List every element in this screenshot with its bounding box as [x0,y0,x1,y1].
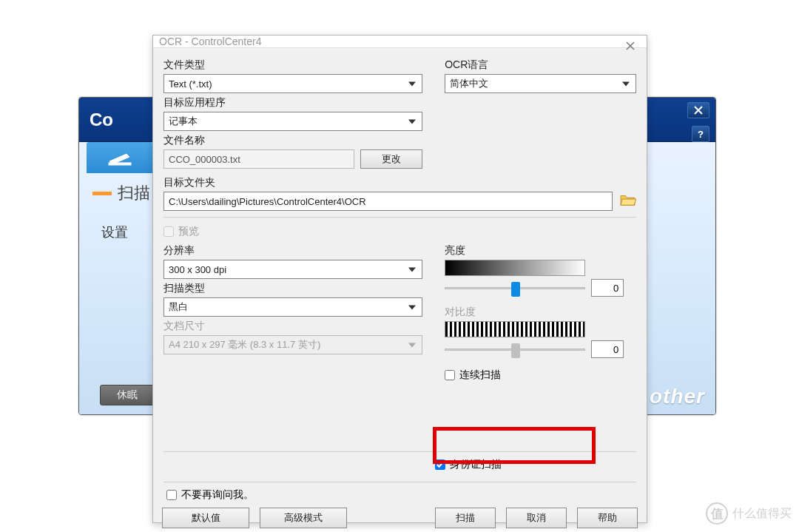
scan-type-label: 扫描类型 [163,282,422,295]
scan-button[interactable]: 扫描 [435,508,496,528]
divider [163,482,636,482]
dont-ask-row[interactable]: 不要再询问我。 [166,488,636,502]
file-type-label: 文件类型 [163,58,422,72]
target-app-select[interactable]: 记事本 [163,112,422,131]
brightness-label: 亮度 [445,244,636,257]
scan-label: 扫描 [118,182,150,204]
advanced-button[interactable]: 高级模式 [260,508,347,528]
close-icon [694,106,703,115]
defaults-button[interactable]: 默认值 [162,508,249,528]
id-scan-label: 身份证扫描 [450,458,502,471]
change-button[interactable]: 更改 [360,149,422,169]
resolution-label: 分辨率 [163,244,422,257]
dialog-body: 文件类型 Text (*.txt) 目标应用程序 记事本 文件名称 CCO_00… [153,48,647,508]
ocr-lang-label: OCR语言 [445,58,636,72]
contrast-slider [445,342,585,357]
preview-label: 预览 [178,225,199,238]
button-bar: 默认值 高级模式 扫描 取消 帮助 [153,508,647,532]
help-button[interactable]: 帮助 [577,508,638,528]
brightness-value[interactable]: 0 [591,279,624,297]
scan-type-select[interactable]: 黑白 [163,297,422,317]
target-app-label: 目标应用程序 [163,96,422,110]
scan-heading: 扫描 [92,182,150,204]
contrast-gradient [445,321,585,337]
brightness-gradient [445,260,585,276]
watermark: 值 什么值得买 [706,502,792,525]
doc-size-select: A4 210 x 297 毫米 (8.3 x 11.7 英寸) [163,335,422,354]
slider-thumb-icon [511,343,520,358]
contrast-label: 对比度 [445,306,636,319]
divider [163,451,636,452]
parent-close-button[interactable] [687,102,709,118]
dialog-title: OCR - ControlCenter4 [159,36,262,47]
scan-tab[interactable] [87,142,153,173]
parent-title: Co [90,110,113,130]
dont-ask-checkbox[interactable] [166,490,177,500]
slider-thumb-icon [511,282,520,297]
ocr-lang-select[interactable]: 简体中文 [445,74,636,93]
brand-logo: other [650,385,705,408]
preview-checkbox-row: 预览 [163,225,636,238]
id-scan-row[interactable]: 身份证扫描 [435,458,636,471]
cancel-button[interactable]: 取消 [506,508,567,528]
preview-checkbox [163,226,174,237]
watermark-icon: 值 [706,502,728,525]
folder-icon [620,193,636,206]
browse-folder-button[interactable] [620,193,636,209]
svg-rect-0 [109,163,131,165]
contrast-value: 0 [591,340,624,358]
continuous-scan-label: 连续扫描 [459,368,501,382]
file-name-input[interactable]: CCO_000003.txt [163,149,354,169]
dont-ask-label: 不要再询问我。 [181,488,254,502]
sleep-button[interactable]: 休眠 [100,385,155,405]
id-scan-checkbox[interactable] [435,459,445,470]
target-folder-label: 目标文件夹 [163,176,636,189]
dialog-titlebar: OCR - ControlCenter4 [153,36,647,48]
file-name-label: 文件名称 [163,134,422,147]
brightness-slider[interactable] [445,280,585,295]
orange-bar-icon [92,192,112,195]
divider [163,217,636,218]
target-folder-input[interactable]: C:\Users\dailing\Pictures\ControlCenter4… [163,192,613,211]
scanner-icon [107,149,132,166]
resolution-select[interactable]: 300 x 300 dpi [163,260,422,279]
settings-label[interactable]: 设置 [101,223,128,241]
continuous-scan-row[interactable]: 连续扫描 [445,368,636,382]
watermark-text: 什么值得买 [732,506,792,522]
parent-help-button[interactable]: ? [692,126,709,142]
file-type-select[interactable]: Text (*.txt) [163,74,422,93]
doc-size-label: 文档尺寸 [163,320,422,333]
continuous-scan-checkbox[interactable] [445,370,455,380]
ocr-dialog: OCR - ControlCenter4 文件类型 Text (*.txt) 目… [152,35,647,523]
